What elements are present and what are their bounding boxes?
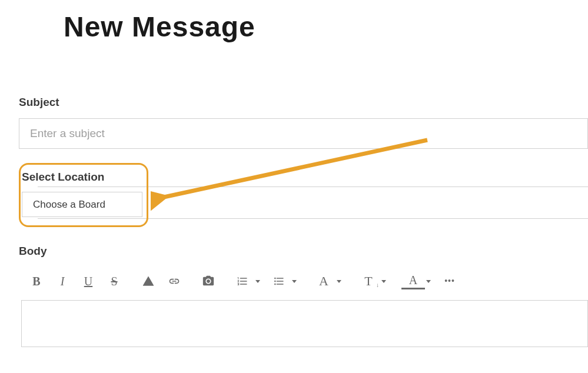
editor-toolbar: B I U S A: [19, 266, 588, 297]
location-label: Select Location: [22, 171, 143, 184]
italic-button[interactable]: I: [51, 271, 74, 292]
body-editor[interactable]: [21, 300, 588, 347]
chevron-down-icon[interactable]: [426, 280, 431, 283]
unordered-list-icon[interactable]: [267, 271, 291, 292]
warning-icon[interactable]: [137, 271, 160, 292]
location-highlight: Select Location Choose a Board: [19, 163, 148, 227]
choose-board-button[interactable]: Choose a Board: [22, 192, 142, 217]
more-button[interactable]: •••: [438, 271, 461, 292]
ordered-list-icon[interactable]: [231, 271, 254, 292]
body-label: Body: [19, 245, 588, 258]
subject-input[interactable]: [19, 118, 588, 149]
chevron-down-icon[interactable]: [337, 280, 341, 283]
body-section: Body B I U S: [19, 245, 588, 347]
text-format-icon[interactable]: T↓: [357, 271, 380, 292]
chevron-down-icon[interactable]: [381, 280, 386, 283]
location-section: Select Location Choose a Board: [19, 163, 588, 227]
link-icon[interactable]: [162, 271, 186, 292]
bold-button[interactable]: B: [25, 271, 48, 292]
underline-button[interactable]: U: [77, 271, 100, 292]
chevron-down-icon[interactable]: [255, 280, 260, 283]
chevron-down-icon[interactable]: [292, 280, 297, 283]
page-title: New Message: [64, 11, 588, 43]
camera-icon[interactable]: [197, 271, 220, 292]
strike-button[interactable]: S: [102, 271, 126, 292]
subject-label: Subject: [19, 96, 588, 109]
text-color-icon[interactable]: A: [401, 273, 425, 289]
font-size-icon[interactable]: A: [312, 271, 335, 292]
message-form: Subject Select Location Choose a Board B…: [0, 96, 588, 347]
